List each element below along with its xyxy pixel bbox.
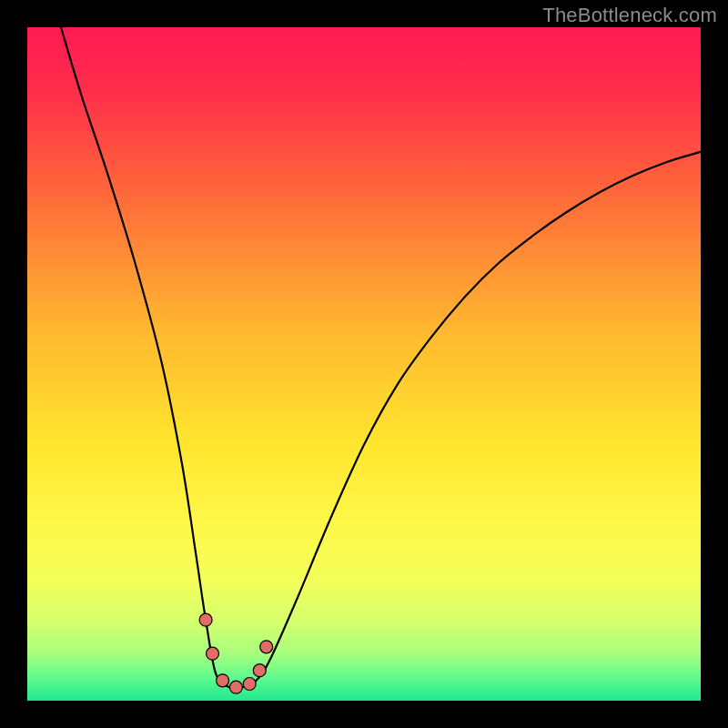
svg-rect-0 [27,27,701,701]
outer-frame: TheBottleneck.com [0,0,728,728]
watermark-text: TheBottleneck.com [542,4,717,27]
plot-area [27,27,701,701]
background-gradient [27,27,701,701]
